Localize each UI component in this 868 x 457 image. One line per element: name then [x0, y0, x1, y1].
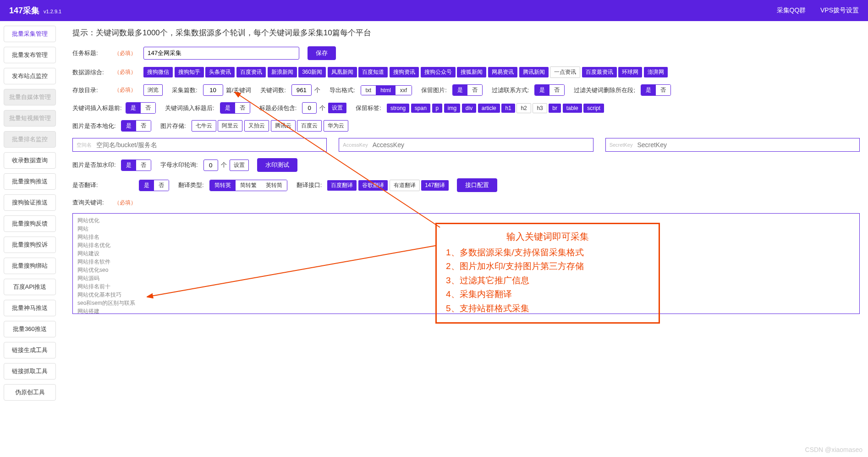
export-opt[interactable]: html — [376, 86, 396, 95]
filter-kw-del-label: 过滤关键词删除所在段; — [574, 86, 635, 94]
sidebar-item-9[interactable]: 批量搜狗反馈 — [4, 215, 56, 232]
browse-button[interactable]: 浏览 — [143, 84, 163, 96]
source-tag[interactable]: 360新闻 — [298, 67, 326, 77]
keep-tag[interactable]: p — [432, 104, 443, 113]
keep-tag[interactable]: img — [444, 104, 460, 113]
alpha-input[interactable] — [203, 160, 218, 171]
img-store-opt[interactable]: 华为云 — [324, 120, 348, 132]
source-tag[interactable]: 一点资讯 — [550, 66, 580, 78]
keep-tag[interactable]: h1 — [501, 104, 515, 113]
set-button[interactable]: 设置 — [328, 103, 346, 113]
sidebar-item-6[interactable]: 收录数据查询 — [4, 152, 56, 169]
sidebar-item-16[interactable]: 链接抓取工具 — [4, 363, 56, 380]
img-local-toggle[interactable]: 是否 — [121, 120, 151, 132]
img-store-opt[interactable]: 阿里云 — [218, 120, 242, 132]
source-tag[interactable]: 搜狗公众号 — [421, 67, 456, 77]
keep-tag[interactable]: table — [563, 104, 582, 113]
access-key-field[interactable]: AccessKey — [339, 138, 593, 152]
alpha-unit: 个 — [221, 161, 227, 169]
sidebar-item-15[interactable]: 链接生成工具 — [4, 342, 56, 358]
trans-type-opt[interactable]: 英转简 — [261, 180, 287, 191]
sidebar-item-12[interactable]: 百度API推送 — [4, 279, 56, 295]
yes-opt[interactable]: 是 — [453, 85, 467, 95]
watermark-toggle[interactable]: 是否 — [121, 160, 151, 171]
insert-before-toggle[interactable]: 是否 — [126, 102, 156, 114]
sidebar-item-13[interactable]: 批量神马推送 — [4, 300, 56, 316]
sidebar-item-0[interactable]: 批量采集管理 — [4, 26, 56, 42]
trans-api-opt[interactable]: 有道翻译 — [390, 180, 420, 191]
img-store-opt[interactable]: 七牛云 — [192, 120, 216, 132]
img-store-opt[interactable]: 腾讯云 — [271, 120, 296, 132]
source-tag[interactable]: 搜狐新闻 — [457, 67, 486, 77]
trans-type-opt[interactable]: 简转繁 — [236, 180, 261, 191]
sidebar-item-14[interactable]: 批量360推送 — [4, 321, 56, 337]
count-input[interactable] — [203, 84, 223, 96]
trans-type-opt[interactable]: 简转英 — [210, 180, 236, 191]
kw-count-input[interactable] — [291, 84, 312, 96]
source-tag[interactable]: 新浪新闻 — [268, 67, 297, 77]
no-opt[interactable]: 否 — [467, 85, 482, 95]
keep-tag[interactable]: script — [583, 104, 604, 113]
link-vps-settings[interactable]: VPS拨号设置 — [820, 6, 859, 14]
keep-tag[interactable]: article — [478, 104, 500, 113]
source-label: 数据源综合: — [72, 68, 111, 77]
keywords-textarea[interactable]: 网站优化 网站 网站排名 网站排名优化 网站建设 网站排名软件 网站优化seo … — [72, 213, 860, 314]
trans-api-opt[interactable]: 147翻译 — [421, 180, 449, 191]
source-tag[interactable]: 搜狗微信 — [143, 67, 173, 77]
source-tag[interactable]: 澎湃网 — [644, 67, 668, 77]
source-tag[interactable]: 搜狗资讯 — [390, 67, 419, 77]
source-tag[interactable]: 百度最资讯 — [582, 67, 617, 77]
keep-tag[interactable]: strong — [387, 104, 409, 113]
required-marker: （必填） — [114, 86, 136, 94]
top-header: 147采集 v1.2.9.1 采集QQ群 VPS拨号设置 — [0, 0, 868, 21]
must-contain-input[interactable] — [302, 102, 317, 114]
access-key-input[interactable] — [373, 141, 589, 149]
filter-kw-del-toggle[interactable]: 是否 — [641, 84, 671, 96]
source-tag[interactable]: 搜狗知乎 — [175, 67, 204, 77]
keep-tag[interactable]: div — [462, 104, 476, 113]
sidebar-item-17[interactable]: 伪原创工具 — [4, 384, 56, 401]
sidebar-item-10[interactable]: 批量搜狗投诉 — [4, 237, 56, 253]
keep-tag-label: 保留标签: — [356, 104, 381, 112]
sidebar-item-8[interactable]: 搜狗验证推送 — [4, 194, 56, 211]
sidebar-item-11[interactable]: 批量搜狗绑站 — [4, 258, 56, 274]
source-tag[interactable]: 百度知道 — [358, 67, 388, 77]
source-tag[interactable]: 百度资讯 — [236, 67, 266, 77]
export-opt[interactable]: xxf — [396, 86, 412, 95]
space-name-input[interactable] — [96, 141, 323, 149]
filter-contact-toggle[interactable]: 是否 — [534, 84, 565, 96]
task-title-input[interactable] — [143, 47, 299, 60]
sidebar-item-2[interactable]: 发布站点监控 — [4, 68, 56, 84]
trans-api-opt[interactable]: 百度翻译 — [327, 180, 357, 191]
export-opt[interactable]: txt — [361, 86, 376, 95]
export-toggle[interactable]: txthtmlxxf — [361, 85, 412, 95]
task-title-label: 任务标题: — [72, 49, 111, 57]
keep-tag[interactable]: span — [411, 104, 430, 113]
api-config-button[interactable]: 接口配置 — [457, 178, 497, 192]
alpha-set-button[interactable]: 设置 — [230, 160, 249, 171]
keep-tag[interactable]: h2 — [516, 103, 531, 113]
space-name-field[interactable]: 空间名 — [72, 138, 327, 152]
source-tag[interactable]: 凤凰新闻 — [328, 67, 357, 77]
keep-img-toggle[interactable]: 是否 — [452, 84, 483, 96]
keep-tag[interactable]: br — [549, 104, 561, 113]
trans-toggle[interactable]: 是否 — [139, 180, 169, 191]
insert-after-toggle[interactable]: 是否 — [220, 102, 250, 114]
trans-type-toggle[interactable]: 简转英简转繁英转简 — [209, 180, 287, 191]
link-qq-group[interactable]: 采集QQ群 — [777, 6, 806, 14]
sidebar-item-7[interactable]: 批量搜狗推送 — [4, 173, 56, 190]
source-tag[interactable]: 腾讯新闻 — [519, 67, 549, 77]
keep-tag[interactable]: h3 — [533, 103, 547, 113]
secret-key-field[interactable]: SecretKey — [605, 138, 860, 152]
source-tag[interactable]: 头条资讯 — [205, 67, 235, 77]
img-store-opt[interactable]: 百度云 — [297, 120, 322, 132]
trans-api-opt[interactable]: 谷歌翻译 — [358, 180, 388, 191]
watermark-test-button[interactable]: 水印测试 — [257, 158, 297, 172]
img-local-label: 图片是否本地化: — [72, 122, 118, 130]
secret-key-input[interactable] — [637, 141, 856, 149]
img-store-opt[interactable]: 又拍云 — [244, 120, 269, 132]
source-tag[interactable]: 环球网 — [618, 67, 642, 77]
save-button[interactable]: 保存 — [308, 46, 336, 60]
sidebar-item-1[interactable]: 批量发布管理 — [4, 47, 56, 63]
source-tag[interactable]: 网易资讯 — [488, 67, 517, 77]
